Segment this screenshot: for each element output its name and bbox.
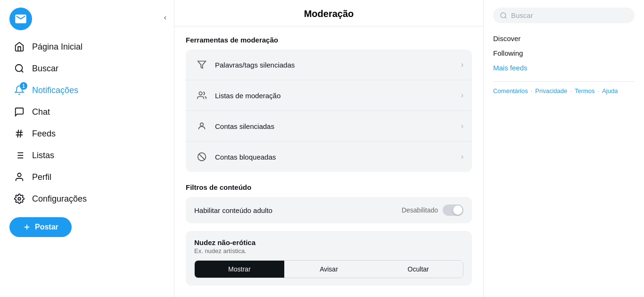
footer-links: Comentários · Privacidade · Termos · Aju… (493, 87, 635, 94)
post-button[interactable]: Postar (9, 217, 72, 237)
chevron-right-icon-4: › (461, 153, 463, 161)
content-filters-title: Filtros de conteúdo (186, 183, 472, 191)
home-icon (13, 41, 25, 53)
hash-icon (13, 127, 25, 140)
svg-line-4 (17, 130, 18, 138)
sep-2: · (570, 87, 572, 94)
nudity-subtitle: Ex. nudez artística. (194, 247, 463, 255)
sidebar-item-chat[interactable]: Chat (9, 101, 165, 123)
sidebar-item-search[interactable]: Buscar (9, 58, 165, 79)
discover-link[interactable]: Discover (493, 33, 635, 44)
nudity-hide-button[interactable]: Ocultar (373, 261, 463, 278)
adult-content-label: Habilitar conteúdo adulto (194, 206, 402, 214)
sidebar-item-label-profile: Perfil (32, 172, 51, 182)
post-button-label: Postar (35, 223, 58, 231)
mod-lists-item[interactable]: Listas de moderação › (186, 80, 472, 111)
svg-line-5 (20, 130, 21, 138)
adult-content-row: Habilitar conteúdo adulto Desabilitado (186, 197, 472, 223)
search-icon (13, 62, 25, 75)
moderation-tools-section: Ferramentas de moderação Palavras/tags s… (186, 36, 472, 172)
sep-3: · (598, 87, 600, 94)
mod-lists-label: Listas de moderação (215, 92, 461, 100)
right-sidebar-links: Discover Following Mais feeds (493, 33, 635, 74)
collapse-button[interactable]: ‹ (162, 11, 168, 24)
sidebar-item-lists[interactable]: Listas (9, 144, 165, 166)
silenced-accounts-item[interactable]: Contas silenciadas › (186, 111, 472, 142)
chevron-right-icon: › (461, 60, 463, 69)
sidebar-item-profile[interactable]: Perfil (9, 166, 165, 188)
following-link[interactable]: Following (493, 47, 635, 59)
sidebar-item-label-feeds: Feeds (32, 129, 56, 139)
right-divider (493, 81, 635, 82)
block-icon (194, 149, 209, 164)
main-content-area: Moderação Ferramentas de moderação Palav… (174, 0, 484, 297)
list-icon (13, 149, 25, 161)
sidebar-item-label-home: Página Inicial (32, 42, 83, 52)
sidebar-item-notifications[interactable]: 1 Notificações (9, 79, 165, 101)
person-icon (13, 171, 25, 183)
nudity-warn-button[interactable]: Avisar (284, 261, 374, 278)
adult-content-status: Desabilitado (402, 206, 438, 214)
nudity-buttons-group: Mostrar Avisar Ocultar (194, 260, 463, 278)
adult-content-card: Habilitar conteúdo adulto Desabilitado (186, 197, 472, 223)
privacy-link[interactable]: Privacidade (535, 87, 567, 94)
content-area: Ferramentas de moderação Palavras/tags s… (174, 26, 483, 297)
sidebar-nav: Página Inicial Buscar 1 Notificações Cha… (9, 36, 165, 210)
sidebar-item-label-notifications: Notificações (32, 85, 78, 95)
right-sidebar: Discover Following Mais feeds Comentário… (484, 0, 644, 297)
sidebar-item-label-lists: Listas (32, 151, 54, 161)
moderation-tools-title: Ferramentas de moderação (186, 36, 472, 44)
search-icon-right (500, 12, 507, 19)
notification-badge: 1 (20, 82, 27, 90)
adult-content-toggle[interactable] (443, 204, 463, 216)
chevron-right-icon-3: › (461, 122, 463, 130)
blocked-accounts-item[interactable]: Contas bloqueadas › (186, 142, 472, 172)
silenced-words-item[interactable]: Palavras/tags silenciadas › (186, 50, 472, 80)
svg-point-12 (17, 173, 21, 177)
moderation-tools-list: Palavras/tags silenciadas › Listas de mo… (186, 50, 472, 172)
svg-point-21 (501, 13, 506, 18)
sidebar-item-feeds[interactable]: Feeds (9, 123, 165, 144)
person-circle-icon (194, 119, 209, 134)
avatar[interactable] (9, 8, 32, 30)
content-filters-section: Filtros de conteúdo Habilitar conteúdo a… (186, 183, 472, 286)
svg-marker-16 (198, 61, 206, 68)
chat-icon (13, 106, 25, 118)
silenced-accounts-label: Contas silenciadas (215, 122, 461, 130)
svg-point-18 (200, 123, 204, 126)
svg-point-0 (16, 65, 23, 72)
left-sidebar: ‹ Página Inicial Buscar 1 Notificações (0, 0, 174, 297)
svg-line-22 (505, 17, 506, 18)
sidebar-item-home[interactable]: Página Inicial (9, 36, 165, 58)
sidebar-item-label-settings: Configurações (32, 194, 87, 204)
nudity-card: Nudez não-erótica Ex. nudez artística. M… (186, 231, 472, 286)
sidebar-item-label-chat: Chat (32, 107, 50, 117)
search-box (493, 8, 635, 23)
help-link[interactable]: Ajuda (602, 87, 618, 94)
svg-point-13 (18, 197, 21, 200)
svg-line-20 (199, 154, 205, 160)
sidebar-item-label-search: Buscar (32, 64, 58, 74)
nudity-title: Nudez não-erótica (194, 238, 463, 246)
people-icon (194, 88, 209, 103)
silenced-words-label: Palavras/tags silenciadas (215, 61, 461, 69)
terms-link[interactable]: Termos (575, 87, 595, 94)
nudity-show-button[interactable]: Mostrar (195, 261, 284, 278)
blocked-accounts-label: Contas bloqueadas (215, 153, 461, 161)
filter-icon (194, 57, 209, 72)
gear-icon (13, 193, 25, 205)
sidebar-item-settings[interactable]: Configurações (9, 188, 165, 210)
bell-icon: 1 (13, 84, 25, 96)
comments-link[interactable]: Comentários (493, 87, 528, 94)
page-title: Moderação (174, 0, 483, 26)
search-input[interactable] (511, 11, 628, 19)
svg-line-1 (21, 70, 23, 72)
svg-point-17 (199, 92, 202, 95)
sep-1: · (531, 87, 533, 94)
mais-feeds-link[interactable]: Mais feeds (493, 62, 635, 74)
chevron-right-icon-2: › (461, 91, 463, 100)
